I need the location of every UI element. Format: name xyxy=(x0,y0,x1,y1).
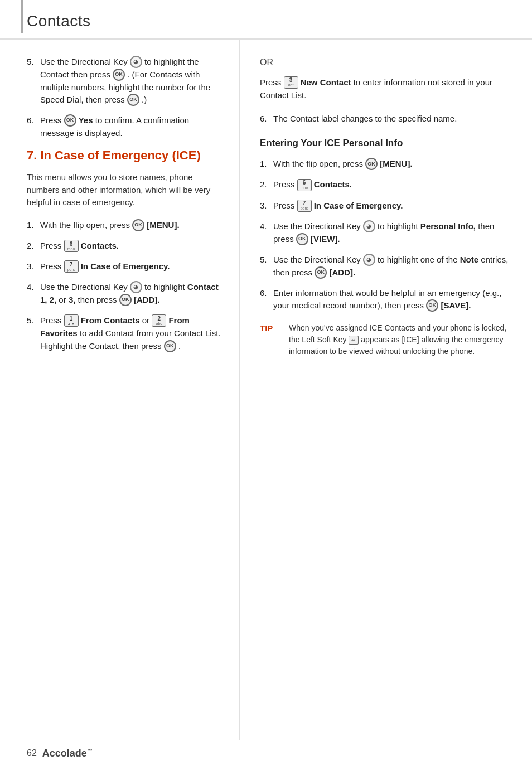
directional-key-icon-right3: ◕ xyxy=(363,254,375,266)
pi-step-6-number: 6. xyxy=(260,287,270,300)
tip-block: TIP When you've assigned ICE Contacts an… xyxy=(260,322,515,357)
pi-step-2-number: 2. xyxy=(260,178,270,191)
pi-step-4: 4. Use the Directional Key ◕ to highligh… xyxy=(260,220,515,246)
ice-step-2-number: 2. xyxy=(27,240,37,253)
left-bar-decoration xyxy=(21,0,23,33)
ok-icon-pi1: OK xyxy=(365,158,378,170)
content-area: 5. Use the Directional Key ◕ to highligh… xyxy=(0,40,532,740)
step-6-number: 6. xyxy=(27,114,37,127)
pi-step-1: 1. With the flip open, press OK [MENU]. xyxy=(260,158,515,171)
key-6-badge: 6mno xyxy=(64,240,79,252)
ok-button-icon-2: OK xyxy=(127,94,139,106)
ice-steps-list: 1. With the flip open, press OK [MENU]. … xyxy=(27,219,223,353)
ok-icon-ice4: OK xyxy=(119,294,132,306)
pi-step-5-number: 5. xyxy=(260,254,270,266)
ok-icon-pi5: OK xyxy=(315,266,327,279)
right-column: OR Press 3def New Contact to enter infor… xyxy=(240,40,532,740)
pi-step-2-content: Press 6mno Contacts. xyxy=(273,178,515,191)
key-3-badge: 3def xyxy=(284,76,298,89)
section-intro: This menu allows you to store names, pho… xyxy=(27,171,223,209)
page-title: Contacts xyxy=(27,12,91,30)
ice-step-3-content: Press 7pqrs In Case of Emergency. xyxy=(40,260,223,273)
ice-step-2-content: Press 6mno Contacts. xyxy=(40,240,223,253)
or-text: OR xyxy=(260,56,515,69)
key-2-badge: 2abc xyxy=(152,314,166,327)
pi-step-5-content: Use the Directional Key ◕ to highlight o… xyxy=(273,254,515,279)
ice-step-4-content: Use the Directional Key ◕ to highlight C… xyxy=(40,281,223,307)
ok-icon-pi4: OK xyxy=(296,233,308,245)
ok-icon-pi6: OK xyxy=(426,299,438,312)
step-5-content: Use the Directional Key ◕ to highlight t… xyxy=(40,56,223,107)
tip-content: When you've assigned ICE Contacts and yo… xyxy=(289,322,515,357)
pi-step-5: 5. Use the Directional Key ◕ to highligh… xyxy=(260,254,515,279)
subheading-personal-info: Entering Your ICE Personal Info xyxy=(260,137,515,151)
section-heading-ice: 7. In Case of Emergency (ICE) xyxy=(27,148,223,164)
key-6-badge-right: 6mno xyxy=(297,179,312,191)
ok-icon-ice5: OK xyxy=(164,340,176,352)
tip-label: TIP xyxy=(260,322,280,357)
ok-button-icon-3: OK xyxy=(64,114,76,127)
step-6-right-number: 6. xyxy=(260,113,270,125)
ice-step-1: 1. With the flip open, press OK [MENU]. xyxy=(27,219,223,232)
press-new-contact-block: Press 3def New Contact to enter informat… xyxy=(260,76,515,102)
page: Contacts 5. Use the Directional Key ◕ to… xyxy=(0,0,532,766)
personal-info-steps-list: 1. With the flip open, press OK [MENU]. … xyxy=(260,158,515,312)
step-6-right-content: The Contact label changes to the specifi… xyxy=(273,113,515,125)
ice-step-1-content: With the flip open, press OK [MENU]. xyxy=(40,219,223,232)
pi-step-4-content: Use the Directional Key ◕ to highlight P… xyxy=(273,220,515,246)
step-5-left: 5. Use the Directional Key ◕ to highligh… xyxy=(27,56,223,107)
step-6-content: Press OK Yes to confirm. A confirmation … xyxy=(40,114,223,140)
left-column: 5. Use the Directional Key ◕ to highligh… xyxy=(0,40,240,740)
ok-icon-ice1: OK xyxy=(132,219,144,231)
ice-step-5-number: 5. xyxy=(27,314,37,327)
step-6-right: 6. The Contact label changes to the spec… xyxy=(260,113,515,125)
pi-step-6: 6. Enter information that would be helpf… xyxy=(260,287,515,313)
top-steps-list: 5. Use the Directional Key ◕ to highligh… xyxy=(27,56,223,140)
step6-right-list: 6. The Contact label changes to the spec… xyxy=(260,113,515,125)
ok-button-icon-1: OK xyxy=(113,69,125,81)
left-soft-key-icon: ↩ xyxy=(349,336,359,345)
directional-key-icon-1: ◕ xyxy=(130,56,142,68)
page-header: Contacts xyxy=(0,0,532,40)
ice-step-2: 2. Press 6mno Contacts. xyxy=(27,240,223,253)
pi-step-2: 2. Press 6mno Contacts. xyxy=(260,178,515,191)
footer-brand-name: Accolade™ xyxy=(42,746,93,760)
ice-step-4: 4. Use the Directional Key ◕ to highligh… xyxy=(27,281,223,307)
ice-step-5: 5. Press 1▲▼ From Contacts or 2abc From … xyxy=(27,314,223,353)
key-1-badge: 1▲▼ xyxy=(64,314,79,327)
footer-page-number: 62 xyxy=(27,746,37,759)
page-footer: 62 Accolade™ xyxy=(0,740,532,766)
directional-key-icon-2: ◕ xyxy=(130,281,142,293)
ice-step-4-number: 4. xyxy=(27,281,37,294)
pi-step-3: 3. Press 7pqrs In Case of Emergency. xyxy=(260,200,515,212)
pi-step-1-content: With the flip open, press OK [MENU]. xyxy=(273,158,515,171)
directional-key-icon-right2: ◕ xyxy=(363,220,375,232)
ice-step-3-number: 3. xyxy=(27,260,37,273)
key-7-badge-right: 7pqrs xyxy=(297,200,312,212)
ice-step-1-number: 1. xyxy=(27,219,37,232)
key-7-badge-left: 7pqrs xyxy=(64,260,79,273)
pi-step-3-content: Press 7pqrs In Case of Emergency. xyxy=(273,200,515,212)
ice-step-3: 3. Press 7pqrs In Case of Emergency. xyxy=(27,260,223,273)
step-5-number: 5. xyxy=(27,56,37,69)
pi-step-6-content: Enter information that would be helpful … xyxy=(273,287,515,313)
pi-step-3-number: 3. xyxy=(260,200,270,212)
pi-step-1-number: 1. xyxy=(260,158,270,171)
step-6-left: 6. Press OK Yes to confirm. A confirmati… xyxy=(27,114,223,140)
pi-step-4-number: 4. xyxy=(260,220,270,233)
ice-step-5-content: Press 1▲▼ From Contacts or 2abc From Fav… xyxy=(40,314,223,353)
